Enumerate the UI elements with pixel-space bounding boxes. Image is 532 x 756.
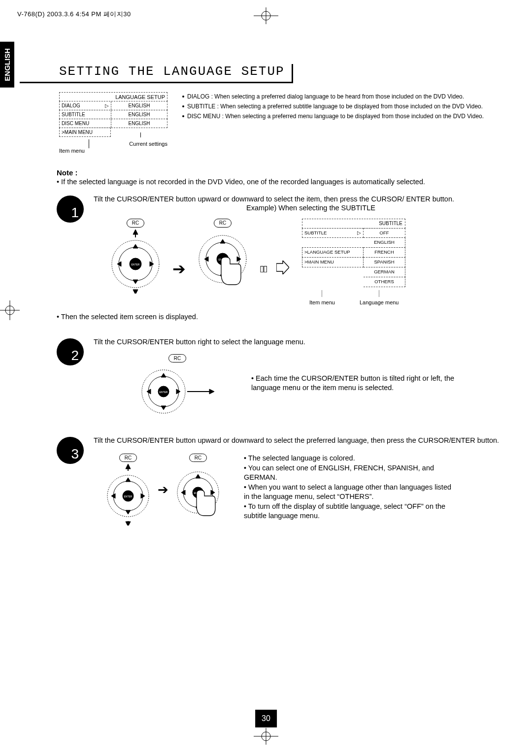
dialog-cursor: ▷ xyxy=(105,103,109,108)
lang-setup-header: LANGUAGE SETUP xyxy=(59,92,167,101)
svg-marker-16 xyxy=(117,262,121,266)
dialog-label: DIALOG xyxy=(62,103,80,108)
opt-spanish: SPANISH xyxy=(364,257,405,267)
svg-marker-10 xyxy=(133,230,138,234)
intro-bullets: DIALOG : When selecting a preferred dial… xyxy=(182,92,484,154)
svg-text:ENTER: ENTER xyxy=(132,263,140,266)
step1-result: • Then the selected item screen is displ… xyxy=(57,313,512,321)
bullet-dialog: DIALOG : When selecting a preferred dial… xyxy=(187,92,464,101)
step2-text: Tilt the CURSOR/ENTER button right to se… xyxy=(94,337,512,347)
opt-off: OFF xyxy=(364,228,405,238)
svg-marker-27 xyxy=(237,257,241,262)
rc-pad-updown-3: RC xyxy=(103,454,153,526)
reg-mark-left xyxy=(0,300,20,322)
cursor-pad-icon: ENTER xyxy=(103,464,153,526)
subtitle-table: SUBTITLE SUBTITLE▷ OFF ENGLISH >LANGUAGE… xyxy=(302,219,405,306)
bullet-subtitle: SUBTITLE : When selecting a preferred su… xyxy=(187,102,483,111)
arrow-outline-icon xyxy=(276,261,289,277)
step3-b3: • When you want to select a language oth… xyxy=(244,483,456,502)
svg-marker-19 xyxy=(133,290,138,294)
svg-text:ENTER: ENTER xyxy=(160,391,168,394)
svg-marker-15 xyxy=(133,280,138,284)
svg-marker-38 xyxy=(176,389,180,394)
caption-item-menu: Item menu xyxy=(59,148,85,154)
subtitle-label: SUBTITLE xyxy=(62,112,85,117)
opt-english: ENGLISH xyxy=(364,237,405,248)
discmenu-label: DISC MENU xyxy=(62,121,89,126)
note-heading: Note : xyxy=(57,168,512,177)
svg-marker-57 xyxy=(196,474,200,478)
svg-marker-52 xyxy=(126,522,131,526)
svg-marker-37 xyxy=(147,389,151,394)
rc-label: RC xyxy=(127,219,144,228)
cursor-pad-press-icon: ENTER xyxy=(196,230,250,294)
bullet-discmenu: DISC MENU : When selecting a preferred m… xyxy=(187,112,484,121)
opt-french: FRENCH xyxy=(364,247,405,258)
subtitle-table-title: SUBTITLE xyxy=(302,219,405,229)
mainmenu-link: >MAIN MENU xyxy=(59,128,111,137)
caption-current: Current settings xyxy=(129,141,167,154)
svg-marker-40 xyxy=(209,389,214,394)
svg-marker-29 xyxy=(276,261,289,274)
step1-number: 1 xyxy=(57,196,84,223)
opt-german: GERMAN xyxy=(364,267,405,277)
svg-marker-43 xyxy=(126,464,131,469)
subtitle-value: ENGLISH xyxy=(111,110,167,119)
step3-b2: • You can select one of ENGLISH, FRENCH,… xyxy=(244,463,456,483)
svg-marker-48 xyxy=(126,510,131,514)
opt-others: OTHERS xyxy=(364,277,405,287)
svg-marker-47 xyxy=(126,478,131,482)
arrow-right-icon: ➔ xyxy=(172,259,186,280)
step2-sidenote: • Each time the CURSOR/ENTER button is t… xyxy=(251,374,458,393)
rc-pad-right: RC ENTER xyxy=(138,354,217,417)
rc-label: RC xyxy=(214,219,232,228)
cursor-pad-right-icon: ENTER xyxy=(138,364,217,416)
svg-marker-35 xyxy=(161,373,166,377)
step1-example: Example) When selecting the SUBTITLE xyxy=(246,203,512,213)
step3-number: 3 xyxy=(57,437,84,464)
reg-mark-bottom xyxy=(254,728,278,746)
step3-b1: • The selected language is colored. xyxy=(244,454,456,463)
step2-number: 2 xyxy=(57,338,84,365)
step-3: 3 Tilt the CURSOR/ENTER button upward or… xyxy=(57,433,512,526)
svg-marker-14 xyxy=(133,244,138,248)
note-text: • If the selected language is not record… xyxy=(57,178,512,186)
svg-text:ENTER: ENTER xyxy=(124,495,133,498)
page-number: 30 xyxy=(255,710,277,727)
doc-header: V-768(D) 2003.3.6 4:54 PM 페이지30 xyxy=(17,10,131,19)
cap-item-menu: Item menu xyxy=(309,299,335,306)
svg-marker-26 xyxy=(204,257,208,262)
bracket-icon: ▯▯ xyxy=(260,263,266,275)
rc-pad-press-3: RC ENTER xyxy=(173,454,223,526)
svg-marker-36 xyxy=(161,406,166,410)
step-1: 1 Tilt the CURSOR/ENTER button upward or… xyxy=(57,192,512,306)
step3-b4: • To turn off the display of subtitle la… xyxy=(244,502,456,521)
rc-pad-updown: RC xyxy=(108,219,163,294)
language-setup-diagram: LANGUAGE SETUP DIALOG▷ ENGLISH SUBTITLE … xyxy=(59,92,167,154)
back-langsetup: >LANGUAGE SETUP xyxy=(302,247,364,258)
svg-marker-17 xyxy=(150,262,154,266)
cap-lang-menu: Language menu xyxy=(360,299,399,306)
back-mainmenu: >MAIN MENU xyxy=(302,257,364,267)
rc-label: RC xyxy=(168,354,186,363)
dialog-value: ENGLISH xyxy=(111,101,167,110)
language-tab: ENGLISH xyxy=(0,42,14,88)
step3-text: Tilt the CURSOR/ENTER button upward or d… xyxy=(94,436,512,446)
note-block: Note : • If the selected language is not… xyxy=(57,168,512,186)
discmenu-value: ENGLISH xyxy=(111,119,167,128)
step1-text: Tilt the CURSOR/ENTER button upward or d… xyxy=(94,195,512,204)
step-2: 2 Tilt the CURSOR/ENTER button right to … xyxy=(57,334,512,416)
svg-marker-24 xyxy=(220,239,225,243)
cursor-pad-press-icon: ENTER xyxy=(173,464,223,526)
cursor-pad-icon: ENTER xyxy=(108,230,163,294)
section-title: SETTING THE LANGUAGE SETUP xyxy=(20,64,293,83)
reg-mark-top xyxy=(254,7,278,26)
rc-pad-press: RC ENTER xyxy=(196,219,250,294)
